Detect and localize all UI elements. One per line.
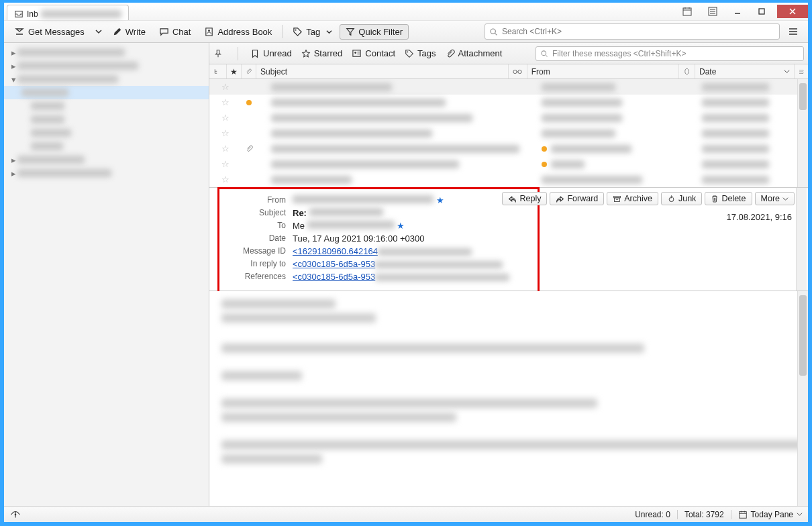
hdr-references-link[interactable]: <c030c185-6d5a-953	[293, 272, 509, 282]
filter-icon	[346, 27, 355, 36]
chevron-down-icon	[326, 29, 332, 35]
chat-icon	[159, 27, 169, 37]
account-item[interactable]: ▸	[4, 153, 209, 166]
more-button[interactable]: More	[755, 192, 795, 205]
col-thread[interactable]	[209, 64, 227, 78]
folder-item[interactable]	[4, 140, 209, 153]
separator	[731, 510, 731, 519]
message-row[interactable]: ☆	[209, 156, 808, 172]
write-button[interactable]: Write	[107, 24, 152, 40]
scrollbar[interactable]	[797, 291, 808, 506]
search-input[interactable]: Search <Ctrl+K>	[485, 23, 780, 40]
col-subject[interactable]: Subject	[256, 64, 509, 78]
online-icon[interactable]	[9, 510, 21, 519]
folder-item[interactable]	[4, 113, 209, 126]
tag-icon	[405, 49, 414, 58]
close-button[interactable]	[777, 5, 808, 18]
scrollbar[interactable]	[796, 188, 807, 291]
hdr-inreplyto-label: In reply to	[211, 258, 289, 270]
hdr-from-value: ★	[290, 195, 512, 206]
references-prefix: <c030c185-6d5a-953	[293, 272, 375, 282]
scrollbar[interactable]	[797, 79, 808, 187]
message-row[interactable]: ☆	[209, 125, 808, 141]
message-row[interactable]: ☆	[209, 141, 808, 156]
today-pane-button[interactable]: Today Pane	[738, 510, 803, 519]
account-item[interactable]: ▸	[4, 166, 209, 180]
message-row[interactable]: ☆	[209, 110, 808, 125]
main-toolbar: Get Messages Write Chat Address Book Tag…	[4, 20, 808, 43]
account-item[interactable]: ▸	[4, 59, 209, 72]
col-from[interactable]: From	[527, 64, 679, 78]
tag-icon	[293, 27, 303, 37]
col-picker[interactable]	[795, 64, 808, 78]
quick-filter-bar: Unread Starred Contact Tags Attachment F…	[209, 43, 808, 64]
hdr-inreplyto-link[interactable]: <c030c185-6d5a-953	[293, 259, 503, 269]
filter-contact-label: Contact	[365, 48, 395, 58]
maximize-button[interactable]	[753, 5, 770, 18]
quick-filter-button[interactable]: Quick Filter	[340, 24, 409, 40]
message-row[interactable]: ☆	[209, 172, 808, 187]
col-junk[interactable]	[679, 64, 695, 78]
forward-label: Forward	[567, 194, 598, 203]
filter-attachment[interactable]: Attachment	[446, 48, 503, 58]
chat-button[interactable]: Chat	[153, 24, 197, 40]
svg-rect-0	[683, 8, 691, 15]
reply-button[interactable]: Reply	[502, 192, 547, 205]
star-icon[interactable]: ★	[397, 221, 405, 231]
pin-icon[interactable]	[213, 49, 223, 58]
message-row[interactable]: ☆	[209, 79, 808, 95]
tasks-icon[interactable]	[703, 4, 722, 19]
message-list[interactable]: ☆ ☆ ☆ ☆	[209, 79, 808, 188]
msgid-prefix: <1629180960.642164	[293, 246, 378, 256]
hdr-messageid-link[interactable]: <1629180960.642164	[293, 246, 472, 256]
col-read[interactable]	[509, 64, 527, 78]
delete-button[interactable]: Delete	[705, 192, 752, 205]
titlebar: Inb	[4, 3, 808, 20]
calendar-icon[interactable]	[678, 4, 697, 19]
svg-point-10	[542, 50, 546, 55]
col-date[interactable]: Date	[695, 64, 795, 78]
get-messages-label: Get Messages	[28, 27, 85, 37]
hdr-date-value: Tue, 17 Aug 2021 09:16:00 +0300	[290, 233, 512, 244]
search-icon	[540, 50, 548, 58]
star-icon[interactable]: ★	[436, 195, 444, 205]
tag-button[interactable]: Tag	[287, 24, 338, 40]
folder-item[interactable]	[4, 99, 209, 113]
archive-button[interactable]: Archive	[607, 192, 658, 205]
addressbook-icon	[204, 27, 214, 37]
folder-item[interactable]	[4, 126, 209, 140]
message-row[interactable]: ☆	[209, 95, 808, 110]
get-messages-dropdown[interactable]	[92, 25, 105, 38]
paperclip-icon	[446, 49, 455, 58]
col-star[interactable]: ★	[227, 64, 242, 78]
status-total: Total: 3792	[684, 510, 724, 519]
address-book-button[interactable]: Address Book	[198, 24, 278, 40]
filter-unread[interactable]: Unread	[250, 48, 292, 58]
svg-rect-16	[739, 511, 746, 518]
filter-contact[interactable]: Contact	[352, 48, 395, 58]
folder-pane: ▸ ▸ ▾ ▸ ▸	[4, 43, 209, 506]
account-item[interactable]: ▾	[4, 72, 209, 86]
svg-point-12	[518, 70, 521, 73]
reply-icon	[508, 195, 517, 203]
junk-button[interactable]: Junk	[661, 192, 702, 205]
filter-messages-input[interactable]: Filter these messages <Ctrl+Shift+K>	[536, 46, 804, 61]
col-date-label: Date	[699, 67, 716, 76]
forward-button[interactable]: Forward	[550, 192, 604, 205]
filter-unread-label: Unread	[263, 48, 292, 58]
minimize-button[interactable]	[729, 5, 746, 18]
filter-starred[interactable]: Starred	[301, 48, 343, 58]
more-label: More	[761, 194, 780, 203]
app-menu-button[interactable]	[788, 26, 799, 37]
get-messages-button[interactable]: Get Messages	[8, 23, 91, 40]
fire-icon	[667, 195, 676, 203]
col-attachment[interactable]	[242, 64, 256, 78]
message-list-header: ★ Subject From Date	[209, 64, 808, 79]
filter-tags[interactable]: Tags	[405, 48, 436, 58]
status-unread: Unread: 0	[635, 510, 670, 519]
account-item[interactable]: ▸	[4, 46, 209, 59]
folder-inbox[interactable]	[4, 86, 209, 99]
message-body[interactable]	[209, 291, 808, 506]
calendar-icon	[738, 510, 748, 519]
hdr-date-label: Date	[211, 233, 289, 244]
